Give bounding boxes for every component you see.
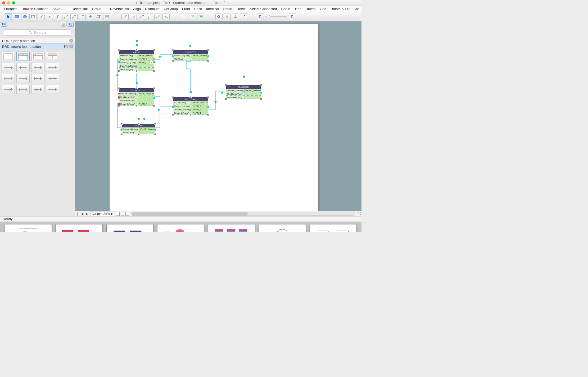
menu-front[interactable]: Front <box>180 7 192 11</box>
zoom-stepper-icon[interactable]: ▲▼ <box>111 212 113 216</box>
shape-rel-7[interactable] <box>31 74 44 83</box>
erd-table-subjects[interactable]: SUBJECTS Subject_Id(Long)PK:PK_Subjects … <box>173 50 208 61</box>
thumb-wordpress[interactable]: WordPress file-refe... <box>157 224 204 232</box>
lib-close-crowsfoot-icon[interactable]: ✕ <box>69 45 73 48</box>
tool-conn-5[interactable] <box>87 13 94 20</box>
menu-tree[interactable]: Tree <box>292 7 304 11</box>
shape-entity-4[interactable] <box>46 52 59 61</box>
h-scrollbar[interactable] <box>131 212 355 216</box>
menu-chain[interactable]: Chain <box>279 7 292 11</box>
tool-eyedropper[interactable] <box>240 13 247 20</box>
thumb-crows-foot-2[interactable]: Crow's Foot ERD <box>310 224 357 232</box>
menu-ungroup[interactable]: UnGroup <box>162 7 180 11</box>
shape-rel-12[interactable] <box>46 85 59 94</box>
sel-handle[interactable] <box>189 44 192 47</box>
conn-handle-icon[interactable] <box>158 55 162 58</box>
menu-delete-link[interactable]: Delete link <box>70 7 90 11</box>
shape-entity-2[interactable] <box>16 52 30 61</box>
page-pause-icon[interactable]: ∥ <box>75 212 80 216</box>
shape-rel-8[interactable] <box>46 74 59 83</box>
menu-grid[interactable]: Grid <box>318 7 328 11</box>
menu-overflow-icon[interactable]: ≫ <box>352 6 361 12</box>
menu-rulers[interactable]: Rulers <box>304 7 318 11</box>
menu-identical[interactable]: Identical <box>204 7 221 11</box>
tool-rectangle[interactable] <box>13 13 20 20</box>
tool-link-1[interactable] <box>121 13 129 20</box>
sel-handle[interactable] <box>243 75 245 78</box>
conn-handle-icon[interactable] <box>214 100 217 103</box>
erd-table-teachers[interactable]: TEACHERS Teacher_Id(Long)PK:PK_Teachers … <box>226 85 261 99</box>
tool-connector[interactable] <box>54 13 61 20</box>
tool-conn-4[interactable] <box>79 13 86 20</box>
shape-entity-1[interactable] <box>2 52 15 61</box>
zoom-level-select[interactable]: Custom 34% ▲▼ <box>90 212 114 216</box>
miniview-1[interactable] <box>116 212 120 216</box>
tool-sel-1[interactable] <box>181 13 188 20</box>
miniview-3[interactable] <box>125 212 129 216</box>
tool-arc[interactable] <box>46 13 53 20</box>
lib-header-crowsfoot[interactable]: ERD, crow's foot notation 💾 ✕ <box>0 44 75 49</box>
tool-ellipse[interactable] <box>21 13 28 20</box>
zoom-track[interactable] <box>265 16 287 17</box>
menu-browse-solutions[interactable]: Browse Solutions <box>20 7 50 11</box>
lib-header-chen[interactable]: ERD, Chen's notation ✕ <box>0 38 75 44</box>
tool-conn-2[interactable] <box>62 13 69 20</box>
zoom-thumb[interactable] <box>267 15 270 18</box>
menu-libraries[interactable]: Libraries <box>2 7 20 11</box>
thumb-students-teachers[interactable]: ERD - Students and ... <box>106 224 153 232</box>
menu-rotate-flip[interactable]: Rotate & Flip <box>328 7 352 11</box>
erd-table-marks[interactable]: MARKS MarkId(Long)PK:PK_Marks Student_Id… <box>119 50 154 71</box>
page-next-icon[interactable]: ▶ <box>84 212 89 216</box>
fit-view-icon[interactable]: ⛶ <box>357 212 361 216</box>
lib-close-chen-icon[interactable]: ✕ <box>69 39 73 43</box>
menu-back[interactable]: Back <box>192 7 204 11</box>
lib-save-icon[interactable]: 💾 <box>64 45 68 48</box>
tool-zoom[interactable] <box>215 13 223 20</box>
tool-link-3[interactable] <box>138 13 145 20</box>
shape-rel-2[interactable] <box>16 63 30 72</box>
sidebar-tab-search-icon[interactable] <box>68 22 74 27</box>
thumb-crows-foot[interactable]: Crow's foot ERD <box>56 224 103 232</box>
shape-rel-4[interactable] <box>46 63 59 72</box>
miniview-2[interactable] <box>121 212 124 216</box>
tool-text[interactable] <box>29 13 37 20</box>
zoom-out-button[interactable] <box>257 13 264 20</box>
thumb-entity-relationship[interactable]: Entity-Relationship... <box>208 224 255 232</box>
shape-rel-9[interactable] <box>2 85 15 94</box>
erd-table-students[interactable]: STUDENTS Student_Id(Long)PK:PK_Students … <box>119 88 154 106</box>
tool-link-6[interactable] <box>162 13 170 20</box>
menu-smart[interactable]: Smart <box>221 7 234 11</box>
tool-insert[interactable] <box>103 13 110 20</box>
shape-entity-3[interactable] <box>31 52 44 61</box>
tool-stamp[interactable] <box>232 13 239 20</box>
tool-pan[interactable] <box>224 13 231 20</box>
group-handle-top-icon[interactable] <box>135 40 138 43</box>
shape-rel-6[interactable] <box>16 74 30 83</box>
tool-sel-2[interactable] <box>189 13 196 20</box>
erd-table-subjteach[interactable]: SUBJ_TEACH ST_Id(Long)PK:PK_Subj_Teach S… <box>173 97 208 115</box>
menu-align[interactable]: Align <box>131 7 143 11</box>
thumb-chen-erd[interactable]: Entity-relationship diagram Chen's ERD <box>5 224 52 232</box>
tool-sel-3[interactable] <box>197 13 204 20</box>
menu-select-connected[interactable]: Select Connected <box>248 7 279 11</box>
zoom-in-button[interactable] <box>289 13 296 20</box>
canvas-page[interactable]: MARKS MarkId(Long)PK:PK_Marks Student_Id… <box>109 24 319 211</box>
shape-rel-5[interactable] <box>2 74 15 83</box>
page-prev-icon[interactable]: ◀ <box>80 212 84 216</box>
shape-rel-11[interactable] <box>31 85 44 94</box>
shape-rel-1[interactable] <box>2 63 15 72</box>
menu-reverse-link[interactable]: Reverse link <box>108 7 131 11</box>
conn-handle-icon[interactable] <box>157 108 160 112</box>
tool-link-2[interactable] <box>130 13 137 20</box>
search-input[interactable]: Search <box>3 29 71 36</box>
tool-link-5[interactable] <box>154 13 161 20</box>
menu-group[interactable]: Group <box>90 7 103 11</box>
conn-handle-icon[interactable] <box>116 73 119 77</box>
thumb-chen-erd-2[interactable]: Chen ERD <box>259 224 306 232</box>
tool-link-4[interactable] <box>146 13 153 20</box>
shape-rel-3[interactable] <box>31 63 44 72</box>
sidebar-tab-list-icon[interactable] <box>61 22 67 27</box>
canvas-area[interactable]: MARKS MarkId(Long)PK:PK_Marks Student_Id… <box>75 21 361 211</box>
h-scroll-thumb[interactable] <box>132 212 248 215</box>
tool-select-arrow[interactable] <box>5 13 12 20</box>
